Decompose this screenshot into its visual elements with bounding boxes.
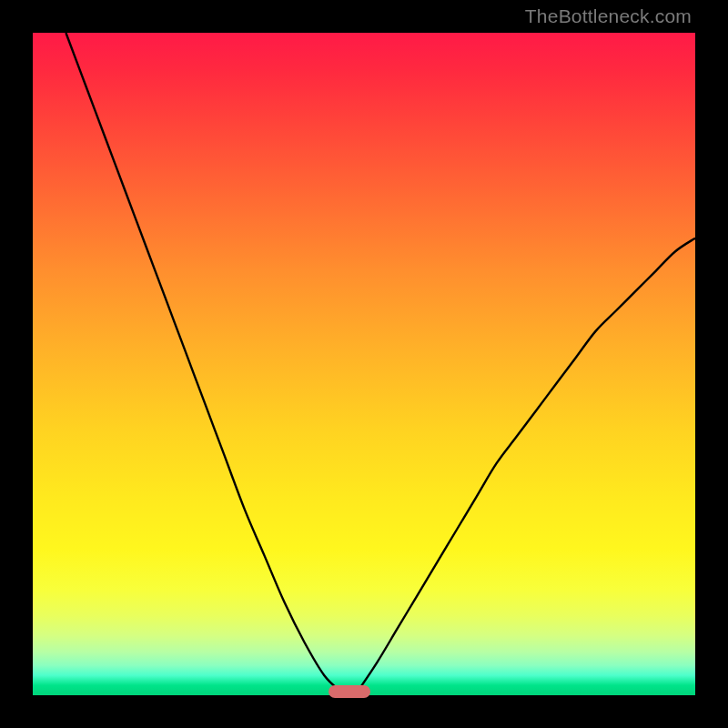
- curve-right-branch: [358, 238, 695, 693]
- plot-area: [33, 33, 695, 695]
- bottleneck-marker: [329, 685, 370, 698]
- bottleneck-curve: [33, 33, 695, 695]
- frame-right: [695, 0, 728, 728]
- watermark-text: TheBottleneck.com: [525, 5, 692, 27]
- frame-bottom: [0, 695, 728, 728]
- curve-left-branch: [66, 33, 341, 692]
- frame-left: [0, 0, 33, 728]
